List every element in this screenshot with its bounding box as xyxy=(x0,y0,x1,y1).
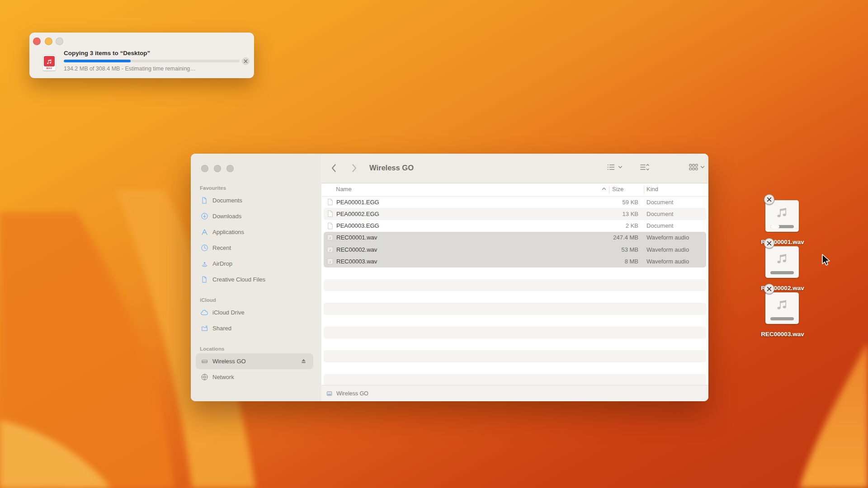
sidebar-section: iCloudiCloud DriveShared xyxy=(191,296,321,336)
file-row[interactable]: ♪REC00001.wav247.4 MBWaveform audio xyxy=(324,232,706,244)
column-header-name[interactable]: Name xyxy=(336,186,352,192)
sidebar-item-applications[interactable]: Applications xyxy=(196,224,313,240)
file-name: REC00003.wav xyxy=(336,258,377,265)
close-button[interactable] xyxy=(201,165,208,172)
column-divider[interactable] xyxy=(609,186,609,194)
eject-icon[interactable] xyxy=(300,358,307,364)
cancel-copy-button[interactable] xyxy=(242,57,250,65)
sidebar-section: FavouritesDocumentsDownloadsApplications… xyxy=(191,183,321,287)
globe-icon xyxy=(200,373,208,381)
document-icon xyxy=(200,276,208,284)
copy-dialog-title: Copying 3 items to “Desktop” xyxy=(64,50,150,56)
file-name: PEA00001.EGG xyxy=(336,199,379,206)
forward-button[interactable] xyxy=(349,163,359,173)
sidebar-item-recent[interactable]: Recent xyxy=(196,240,313,256)
group-sort-button[interactable] xyxy=(640,163,650,172)
zoom-button[interactable] xyxy=(226,165,234,172)
gallery-view-button[interactable] xyxy=(689,163,705,172)
chevron-left-icon xyxy=(331,164,336,173)
back-button[interactable] xyxy=(329,163,339,173)
sidebar-item-shared[interactable]: Shared xyxy=(196,320,313,336)
file-row[interactable]: ♪REC00002.wav53 MBWaveform audio xyxy=(324,244,706,255)
empty-row-stripe xyxy=(324,362,706,374)
x-icon xyxy=(767,197,772,202)
file-row[interactable]: PEA00002.EGG13 KBDocument xyxy=(324,208,706,220)
sidebar-item-label: iCloud Drive xyxy=(212,309,245,316)
desktop-file-label[interactable]: REC00002.wav xyxy=(753,285,812,291)
cancel-copy-badge[interactable] xyxy=(764,238,774,249)
sidebar-item-label: Network xyxy=(212,374,234,380)
sidebar-section: LocationsWireless GONetwork xyxy=(191,344,321,385)
column-header-size[interactable]: Size xyxy=(612,186,623,192)
list-header: Name Size Kind xyxy=(321,183,708,197)
minimize-button[interactable] xyxy=(214,165,221,172)
file-kind: Waveform audio xyxy=(646,234,689,241)
sidebar-item-wireless-go[interactable]: Wireless GO xyxy=(196,353,313,369)
chevron-right-icon xyxy=(352,164,357,173)
audio-file-icon: ♪ xyxy=(327,258,333,265)
empty-row-stripe xyxy=(324,279,706,291)
document-file-icon xyxy=(327,210,333,217)
cancel-copy-badge[interactable] xyxy=(764,194,774,205)
desktop-file-icon[interactable] xyxy=(765,246,799,278)
sort-ascending-icon xyxy=(602,187,606,190)
desktop-file-label[interactable]: REC00003.wav xyxy=(753,331,812,338)
column-header-kind[interactable]: Kind xyxy=(646,186,658,192)
view-options-button[interactable] xyxy=(606,163,623,172)
document-icon xyxy=(200,197,208,205)
sidebar-item-downloads[interactable]: Downloads xyxy=(196,208,313,224)
audio-file-icon: ♪ xyxy=(327,234,333,241)
applications-icon xyxy=(200,228,208,236)
sort-list-icon xyxy=(640,163,650,172)
sidebar-item-label: Creative Cloud Files xyxy=(212,276,265,283)
path-bar: Wireless GO xyxy=(321,385,708,401)
shared-folder-icon xyxy=(200,324,208,333)
document-file-icon xyxy=(327,198,333,206)
sidebar-item-documents[interactable]: Documents xyxy=(196,192,313,208)
file-row[interactable]: PEA00003.EGG2 KBDocument xyxy=(324,220,706,232)
cloud-icon xyxy=(200,309,208,317)
copy-progress-pill xyxy=(770,317,794,320)
file-row[interactable]: ♪REC00003.wav8 MBWaveform audio xyxy=(324,255,706,267)
file-size: 2 KB xyxy=(559,222,638,229)
desktop-file-icon[interactable] xyxy=(765,292,799,324)
sidebar-item-network[interactable]: Network xyxy=(196,369,313,385)
chevron-down-icon xyxy=(618,165,623,169)
audio-file-icon: ♪ xyxy=(327,246,333,253)
music-note-icon xyxy=(774,203,790,223)
close-button[interactable] xyxy=(33,38,41,45)
file-size: 59 KB xyxy=(559,199,638,206)
sidebar-item-icloud-drive[interactable]: iCloud Drive xyxy=(196,305,313,320)
copy-progress-pill xyxy=(770,271,794,274)
music-note-icon xyxy=(774,249,790,269)
download-circle-icon xyxy=(200,212,208,221)
sidebar-item-airdrop[interactable]: AirDrop xyxy=(196,256,313,272)
file-row[interactable]: PEA00001.EGG59 KBDocument xyxy=(324,196,706,208)
sidebar-section-title: iCloud xyxy=(191,296,321,305)
desktop-file-label[interactable]: REC00001.wav xyxy=(753,239,812,245)
window-controls xyxy=(201,165,234,172)
sidebar-item-label: Downloads xyxy=(212,213,241,220)
svg-text:♪: ♪ xyxy=(329,248,331,252)
document-file-icon xyxy=(327,222,333,230)
minimize-button[interactable] xyxy=(45,38,52,45)
x-circle-icon xyxy=(244,59,248,63)
wav-file-icon: WAV xyxy=(43,55,56,70)
copy-progress-bar xyxy=(64,60,240,62)
cancel-copy-badge[interactable] xyxy=(764,284,774,294)
drive-icon xyxy=(200,357,208,366)
zoom-button[interactable] xyxy=(56,38,63,45)
desktop-file-icon[interactable] xyxy=(765,200,799,232)
chevron-down-icon xyxy=(700,165,705,169)
copy-progress-pill xyxy=(770,225,794,228)
sidebar-section-title: Locations xyxy=(191,344,321,353)
file-size: 8 MB xyxy=(559,258,638,265)
file-kind: Document xyxy=(646,211,673,217)
finder-window: FavouritesDocumentsDownloadsApplications… xyxy=(191,154,708,401)
sidebar-item-creative-cloud-files[interactable]: Creative Cloud Files xyxy=(196,272,313,287)
column-divider[interactable] xyxy=(644,186,644,194)
empty-row-stripe xyxy=(324,303,706,314)
grid-view-icon xyxy=(689,163,698,172)
path-bar-device[interactable]: Wireless GO xyxy=(336,390,368,397)
file-name: PEA00002.EGG xyxy=(336,211,379,217)
